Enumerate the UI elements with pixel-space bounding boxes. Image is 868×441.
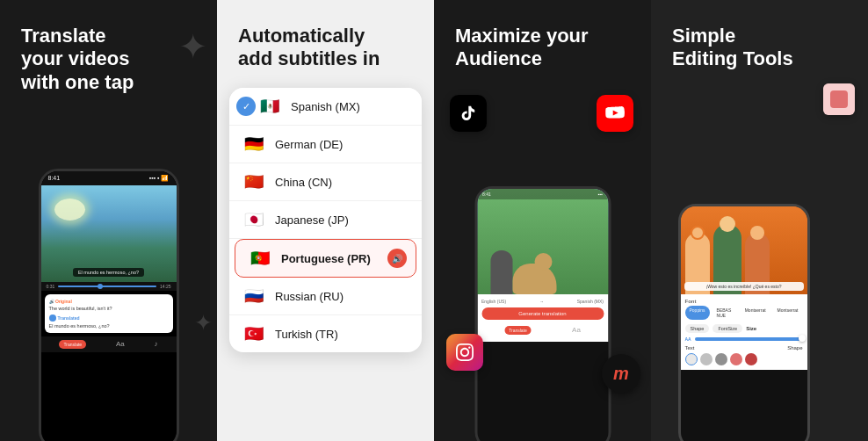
shape-section-label: Shape: [787, 345, 802, 351]
lang-item-spanish[interactable]: ✓ 🇲🇽 Spanish (MX): [229, 88, 422, 126]
lang-name-german: German (DE): [275, 138, 343, 151]
lang-flag-turkish: 🇹🇷: [242, 324, 266, 343]
youtube-icon: [597, 95, 633, 132]
lang-name-spanish: Spanish (MX): [291, 100, 360, 113]
size-slider[interactable]: [695, 337, 803, 341]
shape-chip[interactable]: Shape: [685, 324, 710, 333]
phone-status-bar: 8:41 ▪▪▪ ▪ 📶: [41, 171, 177, 185]
font-montserrat[interactable]: Montserrat: [741, 306, 770, 320]
lang-flag-portuguese: 🇵🇹: [248, 249, 272, 268]
font-options: Poppins BEBAS NUE Montserrat Montserrat: [685, 306, 803, 320]
panel-2-title: Automatically add subtitles in: [238, 25, 416, 71]
font-section-label: Font: [685, 299, 803, 304]
instagram-icon: [446, 334, 483, 371]
p3-translate-btn[interactable]: Generate translation: [481, 307, 604, 320]
translate-btn[interactable]: Translate: [59, 340, 86, 349]
font-icon: Aa: [116, 340, 125, 349]
lang-flag-russian: 🇷🇺: [242, 286, 266, 306]
lang-item-portuguese[interactable]: 🇵🇹 Portuguese (PR) 🔊: [235, 239, 416, 278]
editing-panel-inner: Font Poppins BEBAS NUE Montserrat Montse…: [681, 294, 807, 370]
lang-item-german[interactable]: 🇩🇪 German (DE): [229, 126, 422, 163]
photo-subtitle: ¡Wow esto es increíble! ¿Qué es esto?: [684, 282, 804, 291]
lang-item-russian[interactable]: 🇷🇺 Russian (RU): [229, 278, 422, 315]
p3-lang-bar: English (US) → Spanish (MX): [481, 299, 604, 304]
lang-name-china: China (CN): [275, 176, 332, 189]
swatch-gray1[interactable]: [700, 353, 712, 365]
font-poppins[interactable]: Poppins: [685, 306, 710, 320]
p3-bottom-bar: Translate Aa: [481, 323, 604, 337]
original-label: 🔊 Original: [49, 299, 169, 304]
person-silhouette: [490, 250, 512, 294]
app-icon-small: [823, 83, 855, 115]
sound-icon: 🔊: [387, 249, 407, 268]
p3-status: 8:41▪▪▪: [477, 189, 608, 199]
language-list: ✓ 🇲🇽 Spanish (MX) 🇩🇪 German (DE) 🇨🇳 Chin…: [229, 88, 422, 352]
panel-subtitles: Automatically add subtitles in ✓ 🇲🇽 Span…: [217, 0, 434, 441]
panel-1-title: Translate your videos with one tap: [21, 25, 199, 94]
shapes-row: Shape FontSize Size: [685, 324, 803, 333]
font-bebas[interactable]: BEBAS NUE: [712, 306, 738, 320]
text-section-label: Text: [685, 345, 695, 351]
panel-audience: Maximize your Audience m: [434, 0, 651, 441]
size-row: AA: [685, 336, 803, 342]
swatch-white[interactable]: [685, 353, 698, 365]
panel-4-title: Simple Editing Tools: [672, 25, 850, 71]
p3-translate-label[interactable]: Translate: [504, 326, 532, 335]
friends-photo: ¡Wow esto es increíble! ¿Qué es esto?: [681, 206, 807, 294]
lang-name-russian: Russian (RU): [275, 290, 344, 303]
phone-mockup-1: 8:41 ▪▪▪ ▪ 📶 El mundo es hermoso, ¿no? 0…: [39, 169, 179, 441]
translated-label: Translated: [49, 314, 169, 322]
phone-mockup-4: ¡Wow esto es increíble! ¿Qué es esto? Fo…: [678, 204, 810, 441]
phone-bottom-bar: Translate Aa ♪: [41, 336, 177, 352]
swatch-red[interactable]: [745, 353, 757, 365]
size-aa-label: AA: [685, 336, 691, 342]
lang-name-japanese: Japanese (JP): [275, 213, 349, 227]
video-timeline: 0:31 14:25: [41, 282, 177, 291]
sun: [54, 199, 85, 220]
lang-item-turkish[interactable]: 🇹🇷 Turkish (TR): [229, 315, 422, 352]
font-montserrat-2[interactable]: Montserrat: [773, 306, 803, 320]
panel-3-title: Maximize your Audience: [455, 25, 633, 71]
p3-controls: English (US) → Spanish (MX) Generate tra…: [477, 294, 608, 342]
lang-flag-china: 🇨🇳: [242, 172, 266, 192]
swatch-gray2[interactable]: [715, 353, 727, 365]
transcript-box: 🔊 Original The world is beautiful, isn't…: [45, 294, 173, 333]
lang-flag-german: 🇩🇪: [242, 134, 266, 154]
dog-photo-area: 8:41▪▪▪: [477, 189, 608, 294]
lang-item-japanese[interactable]: 🇯🇵 Japanese (JP): [229, 201, 422, 239]
check-icon: ✓: [236, 97, 256, 116]
lang-flag-japanese: 🇯🇵: [242, 210, 266, 229]
music-icon: ♪: [155, 340, 158, 349]
original-text: The world is beautiful, isn't it?: [49, 306, 169, 311]
panel-translate: ✦ ✦ Translate your videos with one tap 8…: [0, 0, 217, 441]
phone-mockup-3: 8:41▪▪▪ English (US) → Spanish (MX) Gene…: [474, 186, 611, 441]
text-label-row: Text Shape: [685, 345, 803, 351]
lang-name-turkish: Turkish (TR): [275, 328, 338, 341]
lang-name-portuguese: Portuguese (PR): [281, 252, 371, 265]
video-area: El mundo es hermoso, ¿no?: [41, 185, 177, 282]
fontsize-chip[interactable]: FontSize: [712, 324, 742, 333]
video-subtitle: El mundo es hermoso, ¿no?: [73, 268, 144, 277]
app-logo-icon: m: [602, 354, 640, 393]
p3-font-icon: Aa: [572, 326, 581, 335]
tiktok-icon: [450, 95, 487, 132]
size-section-label: Size: [746, 326, 802, 331]
lang-item-china[interactable]: 🇨🇳 China (CN): [229, 163, 422, 201]
color-swatches: [685, 353, 803, 365]
swatch-pink[interactable]: [730, 353, 742, 365]
lang-flag-spanish: 🇲🇽: [257, 97, 282, 116]
sparkle-icon-2: ✦: [194, 310, 213, 336]
panel-editing: Simple Editing Tools: [651, 0, 868, 441]
translated-text: El mundo es hermoso, ¿no?: [49, 323, 169, 329]
